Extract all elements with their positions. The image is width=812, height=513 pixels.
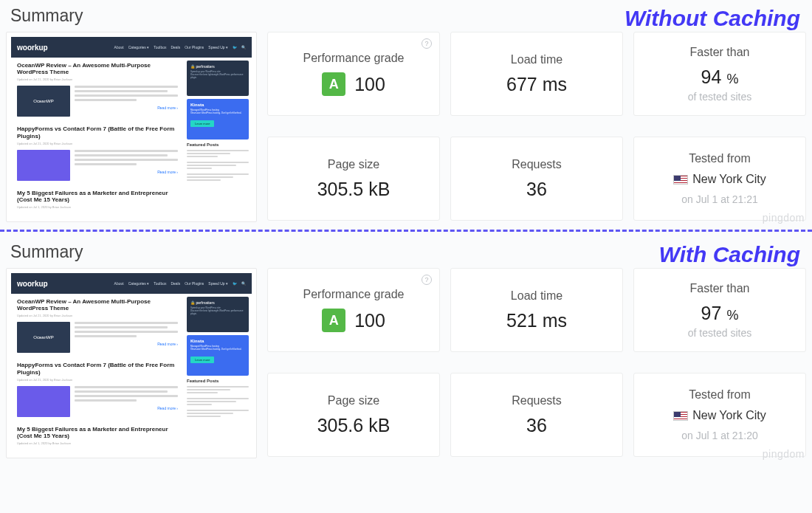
grade-badge: A: [322, 309, 345, 332]
reqs-value: 36: [526, 415, 547, 436]
help-icon[interactable]: ?: [422, 38, 432, 49]
perf-score: 100: [354, 310, 385, 331]
tested-date: on Jul 1 at 21:21: [681, 193, 758, 205]
faster-label: Faster than: [690, 46, 750, 59]
us-flag-icon: [673, 411, 688, 421]
requests-card: Requests 36: [450, 373, 623, 457]
pingdom-watermark: pingdom: [763, 448, 805, 460]
page-size-card: Page size 305.5 kB: [267, 137, 440, 221]
preview-nav-item: Deals: [171, 45, 180, 49]
preview-nav-item: Toolbox: [154, 45, 166, 49]
preview-post-title: My 5 Biggest Failures as a Marketer and …: [17, 426, 178, 439]
section-divider: [0, 230, 812, 232]
grade-badge: A: [322, 72, 345, 96]
load-value: 521 ms: [506, 310, 567, 331]
pingdom-watermark: pingdom: [763, 212, 805, 224]
tested-from-card: Tested from New York City on Jul 1 at 21…: [633, 373, 806, 457]
summary-section-0: Without Caching Summary woorkup AboutCat…: [0, 0, 812, 222]
reqs-value: 36: [526, 179, 547, 200]
tested-location: New York City: [692, 409, 766, 422]
preview-site-logo: woorkup: [17, 280, 48, 288]
performance-grade-card: ? Performance grade A 100: [267, 32, 440, 116]
size-label: Page size: [328, 158, 379, 171]
reqs-label: Requests: [512, 158, 562, 171]
preview-post-title: My 5 Biggest Failures as a Marketer and …: [17, 190, 178, 203]
page-size-card: Page size 305.6 kB: [267, 373, 440, 457]
tested-label: Tested from: [689, 152, 751, 165]
reqs-label: Requests: [512, 394, 562, 407]
site-preview-thumbnail: woorkup AboutCategories ▾ToolboxDealsOur…: [6, 32, 257, 222]
load-time-card: Load time 521 ms: [450, 268, 623, 352]
tested-from-card: Tested from New York City on Jul 1 at 21…: [633, 137, 806, 221]
load-time-card: Load time 677 ms: [450, 32, 623, 116]
faster-than-card: Faster than 94 % of tested sites: [633, 32, 806, 116]
preview-nav-item: Deals: [171, 281, 180, 286]
load-label: Load time: [511, 289, 562, 303]
preview-nav-item: Categories ▾: [128, 45, 150, 49]
load-value: 677 ms: [506, 74, 567, 95]
preview-post-title: HappyForms vs Contact Form 7 (Battle of …: [17, 362, 178, 375]
faster-sub: of tested sites: [688, 91, 751, 103]
tested-date: on Jul 1 at 21:20: [681, 430, 758, 441]
faster-than-card: Faster than 97 % of tested sites: [633, 268, 806, 352]
faster-value: 97 %: [701, 303, 739, 324]
faster-value: 94 %: [701, 66, 739, 88]
tested-location: New York City: [692, 173, 766, 186]
preview-post-title: HappyForms vs Contact Form 7 (Battle of …: [17, 125, 178, 139]
perf-label: Performance grade: [303, 288, 405, 301]
preview-nav-item: About: [114, 45, 124, 49]
preview-post-title: OceanWP Review – An Awesome Multi-Purpos…: [17, 62, 178, 75]
summary-section-1: With Caching Summary woorkup AboutCatego…: [0, 236, 812, 458]
size-label: Page size: [328, 394, 379, 407]
faster-sub: of tested sites: [688, 327, 751, 339]
preview-nav-item: Speed Up ▾: [208, 281, 228, 286]
help-icon[interactable]: ?: [422, 275, 432, 285]
preview-nav-item: Speed Up ▾: [208, 45, 228, 49]
size-value: 305.5 kB: [317, 179, 390, 200]
preview-nav-item: Toolbox: [154, 281, 166, 286]
load-label: Load time: [511, 53, 562, 66]
preview-nav-item: Categories ▾: [128, 281, 150, 286]
perf-score: 100: [354, 74, 385, 95]
tested-label: Tested from: [689, 388, 751, 402]
perf-label: Performance grade: [303, 52, 405, 65]
requests-card: Requests 36: [450, 137, 623, 221]
size-value: 305.6 kB: [317, 415, 390, 436]
site-preview-thumbnail: woorkup AboutCategories ▾ToolboxDealsOur…: [6, 268, 257, 458]
us-flag-icon: [673, 175, 688, 185]
caching-badge: With Caching: [659, 242, 800, 267]
faster-label: Faster than: [690, 282, 750, 295]
caching-badge: Without Caching: [625, 6, 800, 31]
preview-nav-item: Our Plugins: [185, 45, 204, 49]
preview-nav-item: About: [114, 281, 124, 286]
preview-site-logo: woorkup: [17, 44, 48, 52]
performance-grade-card: ? Performance grade A 100: [267, 268, 440, 352]
preview-nav-item: Our Plugins: [185, 281, 204, 286]
preview-post-title: OceanWP Review – An Awesome Multi-Purpos…: [17, 298, 178, 311]
